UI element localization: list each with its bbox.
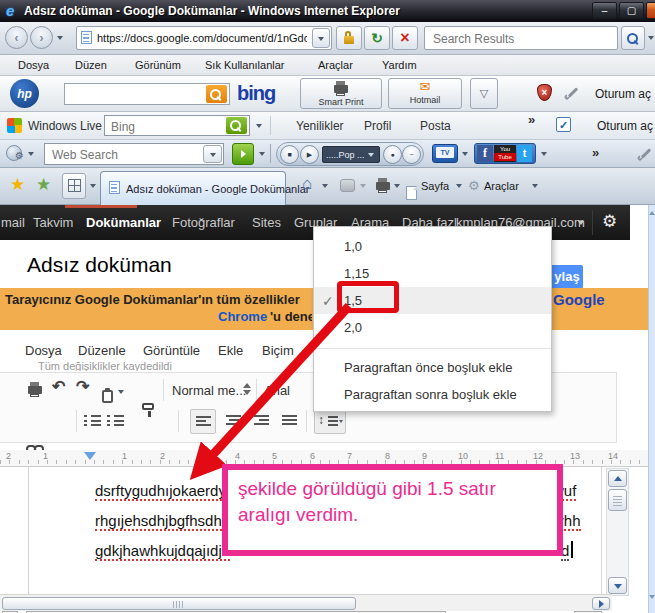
menu-yardim[interactable]: Yardım (382, 59, 417, 71)
maximize-button[interactable]: ▢ (619, 2, 644, 19)
search-options-dropdown-icon[interactable] (648, 36, 654, 40)
web-search-input[interactable] (50, 145, 202, 165)
align-center-button[interactable] (226, 415, 241, 425)
tv-button[interactable]: TV (432, 144, 458, 163)
security-shield-icon[interactable]: × (537, 84, 552, 101)
style-stepper-icon[interactable] (243, 383, 251, 395)
doc-title[interactable]: Adsız doküman (27, 253, 172, 277)
tools-menu[interactable]: Araçlar (484, 180, 519, 192)
rss-dropdown-icon[interactable] (360, 184, 366, 188)
page-menu[interactable]: Sayfa (421, 180, 449, 192)
live-search-box[interactable] (104, 115, 250, 136)
docs-menu-dosya[interactable]: Dosya (25, 343, 62, 358)
add-favorite-star-icon[interactable]: ★ (36, 174, 51, 195)
menu-duzen[interactable]: Düzen (75, 59, 107, 71)
docs-menu-duzenle[interactable]: Düzenle (78, 343, 126, 358)
home-dropdown-icon[interactable] (322, 184, 328, 188)
account-dropdown-icon[interactable] (578, 221, 584, 225)
live-checkbox-icon[interactable]: ✓ (556, 117, 571, 132)
hp-search-button[interactable] (206, 85, 227, 103)
undo-icon[interactable]: ↶ (52, 377, 65, 396)
gbar-takvim[interactable]: Takvim (33, 215, 73, 230)
twitter-icon[interactable]: t (517, 145, 532, 162)
scroll-right-button[interactable] (592, 597, 610, 610)
live-mail-link[interactable]: Posta (420, 119, 451, 133)
banner-google-link[interactable]: Google (553, 291, 605, 308)
hp-more-button[interactable]: ▽ (470, 78, 498, 109)
gbar-fotograflar[interactable]: Fotoğraflar (172, 215, 235, 230)
hp-search-box[interactable] (64, 83, 230, 105)
font-dropdown[interactable]: Arial (264, 383, 290, 398)
style-dropdown[interactable]: Normal me... (172, 383, 246, 398)
youtube-icon[interactable]: You Tube (494, 145, 516, 162)
menu-sik-kullanilanlar[interactable]: Sık Kullanılanlar (205, 59, 285, 71)
gbar-dokumanlar[interactable]: Dokümanlar (86, 215, 161, 230)
docs-menu-araclar-partial[interactable]: A (306, 343, 312, 358)
wrench-icon[interactable] (641, 148, 652, 159)
h-scroll-thumb[interactable] (2, 597, 356, 610)
numbered-list-icon[interactable] (84, 415, 101, 426)
live-search-dropdown-icon[interactable] (256, 124, 262, 128)
page-dropdown-icon[interactable] (456, 184, 462, 188)
refresh-button[interactable]: ↻ (364, 26, 390, 50)
gbar-mail[interactable]: mail (1, 215, 25, 230)
h-scrollbar[interactable] (0, 594, 612, 611)
scroll-up-button[interactable] (608, 470, 627, 487)
media-overflow-chevron[interactable]: » (592, 145, 599, 160)
engine-dropdown-icon[interactable] (28, 152, 34, 156)
live-search-input[interactable] (109, 117, 225, 136)
media-stop-button[interactable]: ■ (280, 145, 299, 164)
chrome-link[interactable]: Chrome (218, 309, 267, 324)
quick-tabs-dropdown-icon[interactable] (90, 184, 96, 188)
printer-icon[interactable] (376, 182, 390, 190)
print-dropdown-icon[interactable] (394, 184, 400, 188)
live-news-link[interactable]: Yenilikler (296, 119, 344, 133)
gbar-sites[interactable]: Sites (252, 215, 281, 230)
media-play-button[interactable]: ▶ (300, 145, 319, 164)
smart-print-button[interactable]: Smart Print (300, 78, 382, 109)
align-right-button[interactable] (254, 415, 269, 425)
indent-marker[interactable] (84, 452, 96, 460)
hp-sign-in[interactable]: Oturum aç (595, 87, 651, 101)
menu-araclar[interactable]: Araçlar (318, 59, 353, 71)
tools-dropdown-icon[interactable] (532, 184, 538, 188)
line-spacing-button[interactable]: ↕ (314, 409, 346, 434)
scroll-down-button[interactable] (608, 577, 627, 594)
roller-icon[interactable] (142, 403, 154, 410)
bullet-list-icon[interactable] (107, 415, 124, 426)
volume-down-button[interactable]: − (402, 145, 421, 164)
share-button[interactable]: ylaş (551, 265, 583, 289)
url-dropdown-button[interactable] (312, 28, 330, 48)
gbar-gear-icon[interactable]: ⚙ (602, 211, 617, 232)
social-dropdown-icon[interactable] (541, 152, 547, 156)
live-sign-in[interactable]: Oturum aç (597, 119, 653, 133)
live-overflow-chevron[interactable]: » (528, 112, 535, 127)
browser-search-input[interactable] (431, 28, 615, 50)
minimize-button[interactable]: – (592, 2, 617, 19)
url-field[interactable]: https://docs.google.com/document/d/1nGdc (76, 26, 332, 50)
rss-feed-icon[interactable] (340, 179, 355, 192)
outer-scrollbar[interactable] (648, 205, 655, 613)
docs-menu-goruntule[interactable]: Görüntüle (143, 343, 200, 358)
active-tab[interactable]: Adsız doküman - Google Dokümanlar (100, 171, 286, 205)
live-search-button[interactable] (226, 117, 247, 134)
tv-dropdown-icon[interactable] (462, 152, 468, 156)
spacing-option-1-0[interactable]: 1,0 (314, 233, 551, 260)
browser-search-box[interactable] (424, 26, 618, 50)
go-dropdown-icon[interactable] (259, 152, 265, 156)
paint-format-icon[interactable] (102, 390, 113, 403)
go-button[interactable] (232, 143, 254, 165)
add-space-before-option[interactable]: Paragraftan önce boşluk ekle (314, 354, 551, 381)
v-scrollbar[interactable] (606, 468, 629, 596)
live-profile-link[interactable]: Profil (364, 119, 391, 133)
nav-history-dropdown-icon[interactable] (57, 36, 63, 40)
web-search-dropdown-button[interactable] (203, 145, 222, 163)
docs-menu-ekle[interactable]: Ekle (218, 343, 243, 358)
redo-icon[interactable]: ↷ (76, 377, 89, 396)
justify-button[interactable] (282, 415, 297, 425)
print-icon[interactable] (28, 386, 42, 394)
align-left-button[interactable] (190, 409, 216, 434)
outer-scroll-down-icon[interactable] (649, 595, 655, 599)
menu-gorunum[interactable]: Görünüm (135, 59, 181, 71)
favorites-star-icon[interactable]: ★ (10, 174, 25, 195)
